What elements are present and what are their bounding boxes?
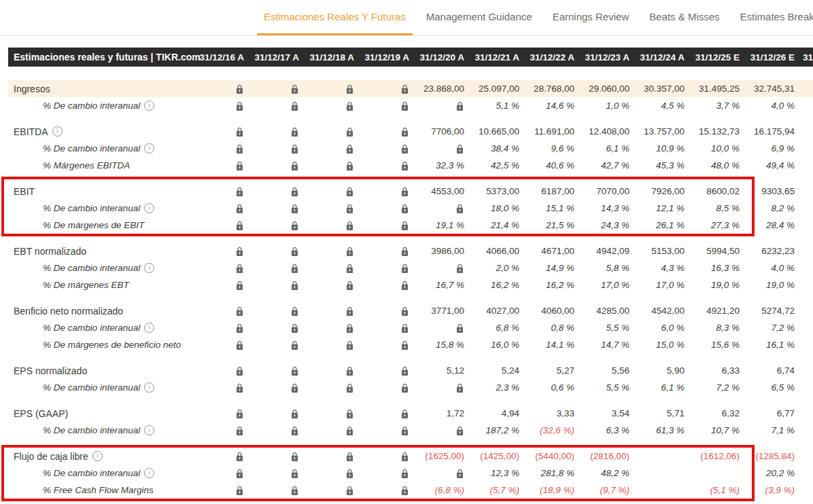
tab-beats-and-misses[interactable]: Beats & Misses [642, 0, 726, 35]
locked-cell[interactable] [197, 80, 252, 97]
locked-cell[interactable] [362, 448, 417, 465]
locked-cell[interactable] [307, 140, 362, 157]
locked-cell[interactable] [307, 379, 362, 396]
locked-cell[interactable] [252, 140, 307, 157]
locked-cell[interactable] [197, 259, 252, 276]
locked-cell[interactable] [197, 200, 252, 217]
locked-cell[interactable] [362, 379, 417, 396]
info-icon[interactable]: i [144, 425, 154, 435]
locked-cell[interactable] [252, 448, 307, 465]
locked-cell[interactable] [362, 422, 417, 439]
locked-cell[interactable] [307, 80, 362, 97]
locked-cell[interactable] [307, 336, 362, 353]
locked-cell[interactable] [197, 157, 252, 174]
locked-cell[interactable] [362, 362, 417, 379]
locked-cell[interactable] [417, 97, 472, 114]
locked-cell[interactable] [252, 200, 307, 217]
locked-cell[interactable] [307, 242, 362, 259]
info-icon[interactable]: i [144, 101, 154, 111]
locked-cell[interactable] [197, 319, 252, 336]
locked-cell[interactable] [307, 302, 362, 319]
locked-cell[interactable] [362, 200, 417, 217]
locked-cell[interactable] [417, 465, 472, 482]
locked-cell[interactable] [362, 217, 417, 234]
locked-cell[interactable] [362, 482, 417, 499]
tab-management-guidance[interactable]: Management Guidance [419, 0, 539, 35]
locked-cell[interactable] [197, 123, 252, 140]
locked-cell[interactable] [197, 465, 252, 482]
locked-cell[interactable] [197, 448, 252, 465]
locked-cell[interactable] [252, 80, 307, 97]
locked-cell[interactable] [307, 217, 362, 234]
locked-cell[interactable] [307, 319, 362, 336]
locked-cell[interactable] [197, 422, 252, 439]
locked-cell[interactable] [252, 259, 307, 276]
locked-cell[interactable] [417, 259, 472, 276]
locked-cell[interactable] [197, 379, 252, 396]
info-icon[interactable]: i [144, 323, 154, 333]
locked-cell[interactable] [252, 422, 307, 439]
locked-cell[interactable] [252, 183, 307, 200]
locked-cell[interactable] [252, 97, 307, 114]
locked-cell[interactable] [362, 319, 417, 336]
locked-cell[interactable] [197, 276, 252, 293]
locked-cell[interactable] [362, 465, 417, 482]
locked-cell[interactable] [307, 259, 362, 276]
locked-cell[interactable] [307, 97, 362, 114]
locked-cell[interactable] [362, 97, 417, 114]
locked-cell[interactable] [307, 405, 362, 422]
locked-cell[interactable] [197, 482, 252, 499]
locked-cell[interactable] [307, 276, 362, 293]
tab-estimaciones-reales-y-futuras[interactable]: Estimaciones Reales Y Futuras [257, 0, 413, 35]
locked-cell[interactable] [362, 80, 417, 97]
locked-cell[interactable] [417, 379, 472, 396]
tab-earnings-review[interactable]: Earnings Review [546, 0, 636, 35]
locked-cell[interactable] [307, 123, 362, 140]
locked-cell[interactable] [417, 319, 472, 336]
locked-cell[interactable] [197, 302, 252, 319]
locked-cell[interactable] [417, 140, 472, 157]
locked-cell[interactable] [197, 140, 252, 157]
locked-cell[interactable] [362, 276, 417, 293]
locked-cell[interactable] [252, 482, 307, 499]
locked-cell[interactable] [252, 362, 307, 379]
locked-cell[interactable] [197, 183, 252, 200]
locked-cell[interactable] [362, 140, 417, 157]
info-icon[interactable]: i [144, 468, 154, 478]
info-icon[interactable]: i [144, 143, 154, 154]
locked-cell[interactable] [362, 183, 417, 200]
locked-cell[interactable] [252, 465, 307, 482]
locked-cell[interactable] [252, 336, 307, 353]
locked-cell[interactable] [362, 242, 417, 259]
locked-cell[interactable] [307, 362, 362, 379]
locked-cell[interactable] [417, 422, 472, 439]
locked-cell[interactable] [252, 319, 307, 336]
locked-cell[interactable] [417, 200, 472, 217]
locked-cell[interactable] [197, 217, 252, 234]
tab-estimates-breakdown[interactable]: Estimates Breakdown [733, 0, 813, 35]
locked-cell[interactable] [197, 405, 252, 422]
locked-cell[interactable] [362, 405, 417, 422]
locked-cell[interactable] [307, 482, 362, 499]
locked-cell[interactable] [362, 157, 417, 174]
locked-cell[interactable] [252, 157, 307, 174]
info-icon[interactable]: i [144, 263, 154, 273]
locked-cell[interactable] [252, 405, 307, 422]
locked-cell[interactable] [252, 123, 307, 140]
locked-cell[interactable] [197, 242, 252, 259]
locked-cell[interactable] [362, 336, 417, 353]
locked-cell[interactable] [307, 157, 362, 174]
locked-cell[interactable] [252, 276, 307, 293]
info-icon[interactable]: i [144, 203, 154, 213]
locked-cell[interactable] [197, 97, 252, 114]
locked-cell[interactable] [307, 200, 362, 217]
info-icon[interactable]: i [144, 382, 154, 393]
locked-cell[interactable] [307, 465, 362, 482]
locked-cell[interactable] [252, 242, 307, 259]
locked-cell[interactable] [307, 422, 362, 439]
locked-cell[interactable] [362, 123, 417, 140]
info-icon[interactable]: i [92, 451, 103, 461]
locked-cell[interactable] [362, 259, 417, 276]
locked-cell[interactable] [362, 302, 417, 319]
locked-cell[interactable] [307, 183, 362, 200]
